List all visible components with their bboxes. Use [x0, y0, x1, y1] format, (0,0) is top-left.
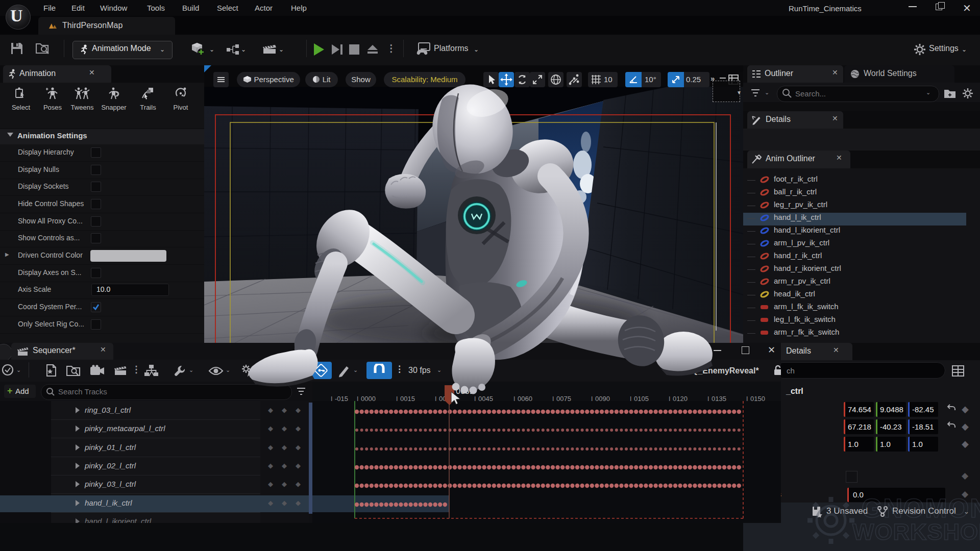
svg-text:WORKSHOP: WORKSHOP	[852, 519, 980, 545]
svg-text:0031: 0031	[456, 387, 474, 395]
